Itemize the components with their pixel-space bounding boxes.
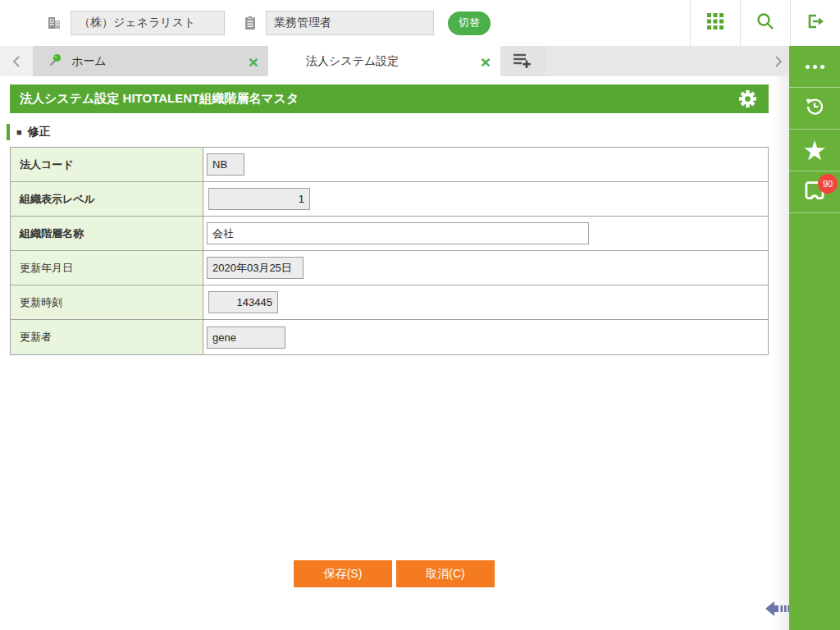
ellipsis-icon <box>806 65 824 69</box>
section-heading: ■ 修正 <box>7 124 51 140</box>
sidebar-inbox-button[interactable]: 90 <box>789 171 840 213</box>
update-date-input[interactable] <box>207 257 304 279</box>
collapse-panel-arrow-icon[interactable] <box>765 600 789 621</box>
new-tab-button[interactable] <box>500 46 546 76</box>
history-icon <box>802 94 827 122</box>
form-actions: 保存(S) 取消(C) <box>294 560 495 587</box>
right-sidebar: ★ 90 <box>789 46 840 630</box>
update-time-label: 更新時刻 <box>11 285 203 319</box>
sidebar-favorites-button[interactable]: ★ <box>789 130 840 171</box>
sidebar-history-button[interactable] <box>789 88 840 130</box>
notification-badge: 90 <box>818 174 838 194</box>
display-level-label: 組織表示レベル <box>11 182 203 216</box>
edit-form-table: 法人コード 組織表示レベル 組織階層名称 更新年月日 更新時刻 更新者 <box>10 147 769 355</box>
top-header: 切替 <box>0 0 840 46</box>
hierarchy-name-input[interactable] <box>207 222 589 244</box>
search-button[interactable] <box>740 0 790 46</box>
apps-grid-icon <box>706 12 724 34</box>
save-button[interactable]: 保存(S) <box>294 560 392 587</box>
pin-icon <box>48 53 62 70</box>
add-tab-icon <box>512 51 532 72</box>
apps-grid-button[interactable] <box>690 0 740 46</box>
search-icon <box>756 11 775 34</box>
corporate-code-input[interactable] <box>207 153 244 176</box>
update-date-label: 更新年月日 <box>11 251 203 285</box>
logout-button[interactable] <box>790 0 840 46</box>
tabs-scroll-right[interactable] <box>767 46 789 76</box>
switch-button[interactable]: 切替 <box>448 11 491 35</box>
role-icon <box>243 15 258 31</box>
section-title: 修正 <box>28 125 51 139</box>
tabs-scroll-left[interactable] <box>0 46 33 76</box>
tab-bar: ホーム × 法人システム設定 × <box>0 46 789 76</box>
role-input[interactable] <box>266 11 434 35</box>
cancel-button[interactable]: 取消(C) <box>396 560 495 587</box>
tab-corporate-settings[interactable]: 法人システム設定 × <box>268 46 500 76</box>
settings-gear-icon[interactable] <box>738 89 757 111</box>
form-row-corporate-code: 法人コード <box>11 148 768 182</box>
display-level-input[interactable] <box>208 188 310 210</box>
hierarchy-name-label: 組織階層名称 <box>11 217 203 250</box>
tab-home-label: ホーム <box>71 54 107 69</box>
company-input[interactable] <box>71 11 225 35</box>
tab-corporate-settings-close-icon[interactable]: × <box>481 52 491 70</box>
form-row-update-date: 更新年月日 <box>11 251 768 285</box>
form-row-display-level: 組織表示レベル <box>11 182 768 217</box>
updater-label: 更新者 <box>11 320 203 354</box>
tab-corporate-settings-label: 法人システム設定 <box>306 54 399 69</box>
page-title: 法人システム設定 HITOTALENT組織階層名マスタ <box>20 91 299 107</box>
form-row-update-time: 更新時刻 <box>11 285 768 320</box>
tab-home-close-icon[interactable]: × <box>249 52 258 70</box>
form-row-hierarchy-name: 組織階層名称 <box>11 217 768 251</box>
star-icon: ★ <box>802 137 827 164</box>
tab-home[interactable]: ホーム × <box>33 46 268 76</box>
sidebar-more-button[interactable] <box>789 46 840 88</box>
logout-icon <box>806 11 825 34</box>
section-accent-bar <box>7 124 10 140</box>
content-edge-shadow <box>773 76 789 630</box>
header-actions <box>690 0 840 46</box>
update-time-input[interactable] <box>208 291 278 313</box>
section-marker: ■ <box>16 127 22 137</box>
corporate-code-label: 法人コード <box>11 148 203 181</box>
page-title-bar: 法人システム設定 HITOTALENT組織階層名マスタ <box>10 84 769 113</box>
updater-input[interactable] <box>207 326 285 349</box>
form-row-updater: 更新者 <box>11 320 768 354</box>
company-icon <box>46 15 62 31</box>
